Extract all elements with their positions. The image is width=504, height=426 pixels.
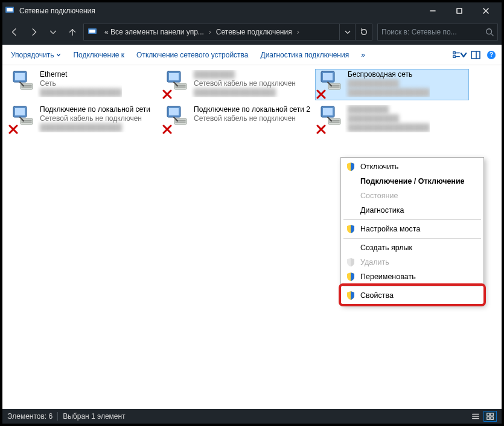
menu-item-label: Удалить	[360, 258, 389, 266]
minimize-button[interactable]	[419, 2, 446, 19]
address-bar[interactable]: « Все элементы панели упр... › Сетевые п…	[83, 24, 372, 40]
address-icon	[84, 24, 101, 40]
connection-adapter: ████████████████	[40, 123, 150, 132]
maximize-button[interactable]	[446, 2, 473, 19]
status-count: Элементов: 6	[7, 412, 53, 421]
view-tiles-button[interactable]	[483, 411, 497, 422]
svg-rect-37	[15, 108, 25, 115]
svg-rect-23	[169, 73, 179, 80]
menu-item[interactable]: Создать ярлык	[342, 240, 482, 255]
status-bar: Элементов: 6 Выбран 1 элемент	[2, 409, 502, 424]
svg-rect-11	[453, 51, 456, 54]
svg-rect-63	[491, 417, 493, 419]
menu-item[interactable]: Отключить	[342, 160, 482, 174]
menu-item[interactable]: Диагностика	[342, 203, 482, 218]
search-placeholder: Поиск в: Сетевые по...	[381, 28, 485, 36]
svg-rect-1	[7, 8, 13, 11]
connection-status: Сетевой кабель не подключен	[194, 79, 296, 88]
organize-menu[interactable]: Упорядочить	[5, 45, 67, 65]
menu-separator	[343, 286, 481, 286]
window-title: Сетевые подключения	[19, 7, 419, 15]
overflow-button[interactable]: »	[355, 45, 371, 65]
menu-item[interactable]: Свойства	[342, 288, 482, 303]
connection-name: Подключение по локальной сети 2	[194, 105, 310, 114]
svg-line-10	[491, 34, 494, 36]
menu-item-label: Состояние	[360, 192, 398, 200]
connect-to-button[interactable]: Подключение к	[67, 45, 130, 65]
disconnected-x-icon	[316, 89, 326, 99]
help-button[interactable]: ?	[483, 45, 499, 65]
svg-rect-61	[491, 413, 493, 416]
view-options-button[interactable]	[452, 45, 468, 65]
address-dropdown[interactable]	[339, 24, 355, 40]
connection-adapter: ████████████████	[40, 88, 122, 97]
search-input[interactable]: Поиск в: Сетевые по...	[377, 24, 498, 40]
nav-forward-button[interactable]	[25, 24, 42, 40]
menu-item-label: Отключить	[360, 163, 398, 171]
connection-item[interactable]: Беспроводная сеть ██████████ ███████████…	[315, 69, 469, 100]
svg-rect-15	[471, 51, 480, 59]
disable-device-button[interactable]: Отключение сетевого устройства	[130, 45, 254, 65]
connection-item[interactable]: Ethernet Сеть ████████████████	[7, 69, 161, 100]
connection-adapter: ████████████████	[348, 123, 430, 132]
breadcrumb-parent[interactable]: « Все элементы панели упр...	[101, 24, 208, 40]
network-icon	[162, 70, 191, 99]
chevron-right-icon: ›	[296, 28, 301, 36]
svg-rect-3	[457, 8, 462, 13]
network-icon	[8, 105, 37, 134]
svg-rect-18	[15, 73, 25, 80]
connection-adapter: ████████████████	[194, 88, 296, 97]
svg-rect-30	[323, 73, 333, 80]
shield-icon	[346, 272, 356, 282]
svg-rect-60	[487, 413, 490, 416]
menu-item-label: Подключение / Отключение	[360, 177, 465, 186]
items-area[interactable]: Ethernet Сеть ████████████████ ████████ …	[2, 65, 502, 409]
svg-rect-12	[453, 55, 456, 57]
connection-item[interactable]: Подключение по локальной сети 2 Сетевой …	[161, 104, 315, 135]
connection-status: ██████████	[348, 114, 430, 123]
close-button[interactable]	[473, 2, 499, 19]
nav-history-dropdown[interactable]	[45, 24, 62, 40]
navbar: « Все элементы панели упр... › Сетевые п…	[2, 19, 502, 45]
svg-rect-51	[323, 108, 333, 115]
network-icon	[316, 105, 345, 134]
connection-name: Подключение по локальной сети	[40, 105, 150, 114]
preview-pane-button[interactable]	[468, 45, 483, 65]
search-icon	[485, 28, 494, 36]
shield-icon	[346, 257, 356, 267]
menu-item-label: Свойства	[360, 291, 394, 300]
chevron-right-icon: ›	[208, 28, 212, 36]
help-icon: ?	[487, 51, 496, 59]
connection-name: Ethernet	[40, 70, 122, 79]
diagnose-button[interactable]: Диагностика подключения	[255, 45, 356, 65]
context-menu: Отключить Подключение / Отключение Состо…	[340, 157, 484, 305]
menu-item[interactable]: Подключение / Отключение	[342, 174, 482, 189]
svg-rect-8	[89, 30, 95, 33]
disconnected-x-icon	[316, 124, 326, 134]
command-bar: Упорядочить Подключение к Отключение сет…	[2, 45, 502, 65]
connection-item[interactable]: ████████ Сетевой кабель не подключен ███…	[161, 69, 315, 100]
nav-up-button[interactable]	[64, 24, 81, 40]
connection-item[interactable]: Подключение по локальной сети Сетевой ка…	[7, 104, 161, 135]
menu-item-label: Настройка моста	[360, 225, 420, 233]
breadcrumb-current[interactable]: Сетевые подключения	[212, 24, 296, 40]
shield-icon	[346, 291, 356, 300]
refresh-button[interactable]	[355, 24, 372, 40]
menu-item[interactable]: Настройка моста	[342, 222, 482, 236]
network-icon	[316, 70, 345, 99]
status-selection: Выбран 1 элемент	[63, 412, 125, 421]
connection-name: ████████	[194, 70, 296, 79]
connection-status: Сетевой кабель не подключен	[40, 114, 150, 123]
connection-name: Беспроводная сеть	[348, 70, 430, 79]
view-details-button[interactable]	[469, 411, 482, 422]
svg-rect-62	[487, 417, 490, 419]
menu-item[interactable]: Переименовать	[342, 269, 482, 284]
menu-item-label: Создать ярлык	[360, 244, 412, 252]
connection-item[interactable]: ████████ ██████████ ████████████████	[315, 104, 469, 135]
network-icon	[8, 70, 37, 99]
app-icon	[5, 6, 14, 16]
menu-item: Удалить	[342, 255, 482, 269]
nav-back-button[interactable]	[6, 24, 23, 40]
disconnected-x-icon	[162, 124, 172, 134]
network-icon	[162, 105, 191, 134]
